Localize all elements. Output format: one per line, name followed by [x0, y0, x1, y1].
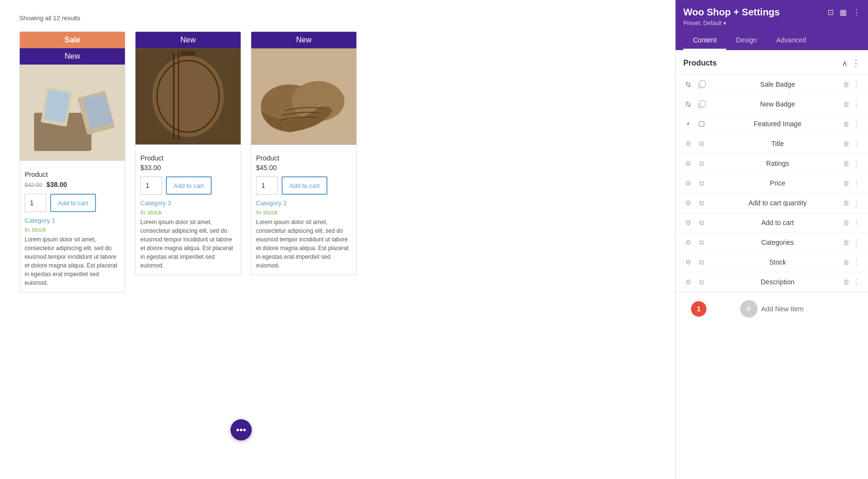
- item-more-price[interactable]: ⋮: [853, 179, 860, 188]
- qty-input-2[interactable]: [140, 176, 162, 195]
- add-to-cart-btn-3[interactable]: Add to cart: [282, 176, 327, 195]
- panel-item-stock[interactable]: ⚙ ⧉ Stock 🗑 ⋮: [676, 253, 868, 272]
- product-price-old-1: $42.00: [25, 182, 42, 188]
- item-label-sale-badge: Sale Badge: [712, 80, 843, 88]
- item-copy-icon-11[interactable]: ⧉: [697, 277, 706, 287]
- panel-item-ratings[interactable]: ⚙ ⧉ Ratings 🗑 ⋮: [676, 154, 868, 173]
- product-card-1: Sale New Product $42.00: [19, 31, 125, 293]
- section-collapse-btn[interactable]: ∧: [842, 59, 848, 68]
- item-copy-icon-4[interactable]: ⧉: [697, 139, 706, 148]
- item-delete-sale-badge[interactable]: 🗑: [843, 80, 850, 88]
- in-stock-2: In stock: [140, 209, 236, 216]
- item-label-stock: Stock: [712, 258, 843, 266]
- item-copy-icon[interactable]: [697, 80, 706, 89]
- item-copy-icon-2[interactable]: [697, 99, 706, 109]
- item-copy-icon-6[interactable]: ⧉: [697, 178, 706, 188]
- qty-input-1[interactable]: [25, 194, 46, 212]
- right-panel: Woo Shop + Settings ⊡ ▦ ⋮ Preset: Defaul…: [675, 0, 868, 479]
- item-copy-icon-9[interactable]: ⧉: [697, 238, 706, 247]
- product-desc-3: Lorem ipsum dolor sit amet, consectetur …: [256, 218, 352, 270]
- category-link-3[interactable]: Category 2: [256, 200, 352, 207]
- item-copy-icon-10[interactable]: ⧉: [697, 257, 706, 267]
- item-copy-icon-5[interactable]: ⧉: [697, 159, 706, 168]
- panel-item-price[interactable]: ⚙ ⧉ Price 🗑 ⋮: [676, 173, 868, 193]
- item-delete-add-to-cart[interactable]: 🗑: [843, 219, 850, 226]
- section-options-btn[interactable]: ⋮: [852, 58, 860, 68]
- panel-item-title[interactable]: ⚙ ⧉ Title 🗑 ⋮: [676, 134, 868, 154]
- item-delete-featured-image[interactable]: 🗑: [843, 120, 850, 128]
- item-more-categories[interactable]: ⋮: [853, 238, 860, 247]
- panel-icon-layout[interactable]: ▦: [840, 8, 847, 17]
- panel-item-add-to-cart[interactable]: ⚙ ⧉ Add to cart 🗑 ⋮: [676, 213, 868, 233]
- item-delete-stock[interactable]: 🗑: [843, 258, 850, 266]
- product-price-new-1: $38.00: [46, 181, 67, 188]
- panel-header-icons: ⊡ ▦ ⋮: [827, 8, 860, 17]
- item-copy-icon-3[interactable]: [697, 119, 706, 129]
- panel-item-sale-badge[interactable]: Sale Badge 🗑 ⋮: [676, 75, 868, 94]
- panel-icon-more[interactable]: ⋮: [853, 8, 860, 17]
- results-text: Showing all 12 results: [19, 14, 656, 22]
- tab-advanced[interactable]: Advanced: [767, 31, 816, 50]
- item-more-stock[interactable]: ⋮: [853, 258, 860, 267]
- panel-preset[interactable]: Preset: Default ▾: [683, 20, 860, 27]
- item-gear-icon-9[interactable]: ⚙: [683, 238, 693, 247]
- item-label-description: Description: [712, 278, 843, 286]
- category-link-2[interactable]: Category 3: [140, 200, 236, 207]
- item-delete-categories[interactable]: 🗑: [843, 239, 850, 246]
- add-to-cart-btn-1[interactable]: Add to cart: [50, 194, 96, 212]
- item-delete-description[interactable]: 🗑: [843, 278, 850, 286]
- item-label-add-to-cart-qty: Add to cart quantity: [712, 199, 843, 207]
- add-new-btn[interactable]: +: [740, 300, 758, 318]
- item-gear-icon-6[interactable]: ⚙: [683, 178, 693, 188]
- item-more-sale-badge[interactable]: ⋮: [853, 80, 860, 89]
- item-delete-ratings[interactable]: 🗑: [843, 160, 850, 167]
- item-gear-icon-11[interactable]: ⚙: [683, 277, 693, 287]
- product-image-3: [251, 48, 356, 145]
- add-to-cart-btn-2[interactable]: Add to cart: [166, 176, 212, 195]
- panel-item-add-to-cart-qty[interactable]: ⚙ ⧉ Add to cart quantity 🗑 ⋮: [676, 193, 868, 213]
- in-stock-3: In stock: [256, 209, 352, 216]
- product-info-2: Product $33.00 Add to cart Category 3 In…: [136, 145, 241, 275]
- item-more-ratings[interactable]: ⋮: [853, 159, 860, 168]
- section-header: Products ∧ ⋮: [676, 50, 868, 75]
- qty-input-3[interactable]: [256, 176, 278, 195]
- item-more-add-to-cart[interactable]: ⋮: [853, 218, 860, 227]
- tab-design[interactable]: Design: [726, 31, 767, 50]
- panel-body: Products ∧ ⋮ Sale Badge 🗑 ⋮: [676, 50, 868, 479]
- svg-point-7: [152, 56, 224, 137]
- item-copy-icon-8[interactable]: ⧉: [697, 218, 706, 227]
- new-badge-1: New: [20, 48, 125, 65]
- item-delete-title[interactable]: 🗑: [843, 140, 850, 147]
- panel-item-description[interactable]: ⚙ ⧉ Description 🗑 ⋮: [676, 272, 868, 292]
- panel-icon-screen[interactable]: ⊡: [827, 8, 834, 17]
- item-copy-icon-7[interactable]: ⧉: [697, 198, 706, 208]
- item-gear-icon-5[interactable]: ⚙: [683, 159, 693, 168]
- panel-item-featured-image[interactable]: Featured Image 🗑 ⋮: [676, 114, 868, 134]
- item-gear-icon[interactable]: [683, 80, 693, 89]
- item-more-title[interactable]: ⋮: [853, 139, 860, 148]
- panel-header: Woo Shop + Settings ⊡ ▦ ⋮ Preset: Defaul…: [676, 0, 868, 50]
- product-name-1: Product: [25, 171, 120, 178]
- add-new-row: 1 + Add New Item: [683, 300, 860, 318]
- item-delete-add-to-cart-qty[interactable]: 🗑: [843, 199, 850, 207]
- item-gear-icon-8[interactable]: ⚙: [683, 218, 693, 227]
- panel-item-categories[interactable]: ⚙ ⧉ Categories 🗑 ⋮: [676, 233, 868, 253]
- item-gear-icon-3[interactable]: [683, 119, 693, 129]
- tab-content[interactable]: Content: [683, 31, 726, 50]
- item-more-featured-image[interactable]: ⋮: [853, 120, 860, 129]
- item-gear-icon-7[interactable]: ⚙: [683, 198, 693, 208]
- svg-rect-15: [699, 121, 704, 126]
- item-more-add-to-cart-qty[interactable]: ⋮: [853, 199, 860, 208]
- item-gear-icon-2[interactable]: [683, 99, 693, 109]
- floating-menu-btn[interactable]: •••: [231, 419, 252, 440]
- category-link-1[interactable]: Category 1: [25, 217, 120, 224]
- section-header-actions: ∧ ⋮: [842, 58, 860, 68]
- item-more-description[interactable]: ⋮: [853, 278, 860, 287]
- item-more-new-badge[interactable]: ⋮: [853, 100, 860, 109]
- item-delete-new-badge[interactable]: 🗑: [843, 100, 850, 108]
- panel-item-new-badge[interactable]: New Badge 🗑 ⋮: [676, 94, 868, 114]
- item-gear-icon-10[interactable]: ⚙: [683, 257, 693, 267]
- item-gear-icon-4[interactable]: ⚙: [683, 139, 693, 148]
- new-badge-2: New: [136, 32, 241, 48]
- item-delete-price[interactable]: 🗑: [843, 179, 850, 187]
